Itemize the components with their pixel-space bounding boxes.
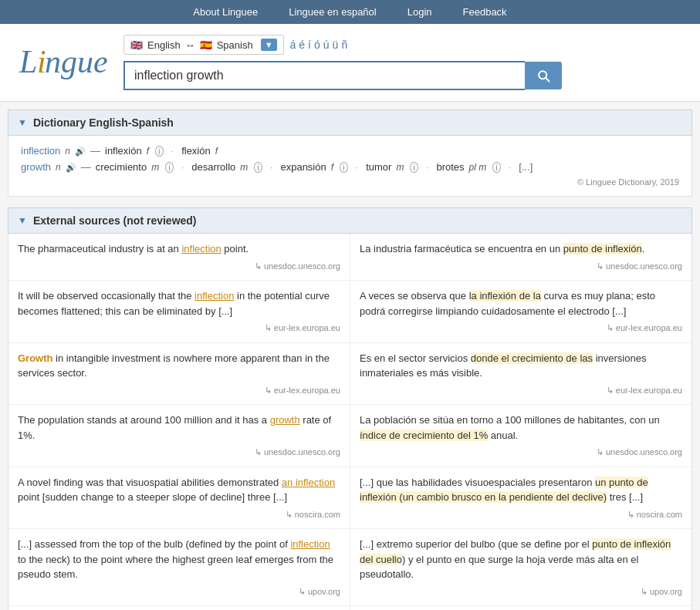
svg-text:nguee: nguee [45,44,108,79]
dict-sound-inflection[interactable]: 🔊 [75,147,86,157]
dict-gender-brotes: pl m [469,162,487,173]
dict-info-desarrollo[interactable]: i [254,162,262,173]
dict-more-dots: [...] [519,161,533,173]
ext-cell-es: A veces se observa que la inflexión de l… [350,281,692,342]
hl-es-6: punto de inflexión del cuello [360,538,671,565]
hl-es-3: donde el crecimiento de las [471,352,593,364]
ext-source-es-3: eur-lex.europa.eu [360,384,682,397]
char-a-accent[interactable]: á [290,39,296,51]
lang-from-label: English [147,39,181,51]
hl-es-4: índice de crecimiento del 1% [360,430,488,441]
nav-login[interactable]: Login [407,6,432,18]
search-input[interactable] [123,61,525,90]
dict-gender-flexion: f [215,146,218,157]
dict-info-tumor[interactable]: i [410,162,418,173]
lang-to-label: Spanish [217,39,253,51]
dict-info-brotes[interactable]: i [492,162,500,173]
ext-cell-es: [...] extremo superior del bulbo (que se… [350,529,692,605]
table-row: It will be observed occasionally that th… [8,281,692,343]
ext-source-es-4: unesdoc.unesco.org [360,446,682,459]
ext-cell-en: It will be observed occasionally that th… [8,281,350,342]
external-title: External sources (not reviewed) [33,214,197,227]
external-chevron-icon: ▼ [18,215,27,226]
dictionary-section-header[interactable]: ▼ Dictionary English-Spanish [8,110,692,136]
main-content: ▼ Dictionary English-Spanish inflection … [0,110,700,610]
table-row: The population stands at around 100 mill… [8,405,692,467]
ext-source-es-6: upov.org [360,585,682,598]
dictionary-chevron-icon: ▼ [18,117,27,128]
nav-feedback[interactable]: Feedback [463,6,507,18]
language-selector[interactable]: 🇬🇧 English ↔ 🇪🇸 Spanish ▼ [123,35,284,55]
table-row: They also found that there are various c… [8,606,692,610]
table-row: [...] assessed from the top of the bulb … [8,529,692,606]
dropdown-arrow-icon: ▼ [261,39,277,51]
dict-word-inflection[interactable]: inflection [21,145,60,157]
ext-source-en-5: noscira.com [18,508,340,521]
search-row [123,61,685,90]
dict-gender-tumor: m [396,162,404,173]
hl-inflection-6: inflection [290,538,330,550]
dict-gender-expansion: f [331,162,333,173]
dict-entry-inflection: inflection n 🔊 — inflexión f i · flexión… [21,145,679,157]
logo[interactable]: L i nguee [15,35,108,89]
dict-trans-desarrollo[interactable]: desarrollo [191,161,235,173]
dict-word-growth[interactable]: growth [21,161,51,173]
dict-copyright: © Linguee Dictionary, 2019 [21,177,679,187]
dict-gender-crecimiento: m [151,162,159,173]
top-navigation: About Linguee Linguee en español Login F… [0,0,700,24]
ext-cell-en: The pharmaceutical industry is at an inf… [8,234,350,280]
dict-trans-crecimiento[interactable]: crecimiento [96,161,147,173]
char-i-accent[interactable]: í [308,39,311,51]
dict-trans-tumor[interactable]: tumor [366,161,391,173]
ext-source-es-2: eur-lex.europa.eu [360,322,682,335]
hl-inflection-5: an inflection [282,477,335,488]
search-button[interactable] [525,62,562,89]
external-section-header[interactable]: ▼ External sources (not reviewed) [8,207,692,234]
hl-growth-4: growth [270,414,300,426]
site-header: L i nguee 🇬🇧 English ↔ 🇪🇸 Spanish ▼ á é … [0,24,700,102]
char-u-accent[interactable]: ú [323,39,330,51]
dict-gender-inflexion: f [147,146,149,157]
char-n-tilde[interactable]: ñ [341,39,347,51]
table-row: The pharmaceutical industry is at an inf… [8,234,692,281]
dict-info-crecimiento[interactable]: i [165,162,173,173]
ext-source-en-2: eur-lex.europa.eu [18,322,340,335]
dict-trans-inflexion[interactable]: inflexión [105,145,142,157]
nav-espanol[interactable]: Linguee en español [289,6,377,18]
flag-english: 🇬🇧 [130,39,143,51]
dict-info-inflexion[interactable]: i [155,146,163,157]
flag-spanish: 🇪🇸 [200,39,212,51]
dict-info-expansion[interactable]: i [340,162,347,173]
ext-cell-es: Es en el sector servicios donde el creci… [350,343,692,405]
hl-es-5: un punto de inflexión (un cambio brusco … [360,477,648,504]
ext-cell-en: [...] assessed from the top of the bulb … [8,529,350,605]
ext-source-en-3: eur-lex.europa.eu [18,384,340,397]
svg-text:L: L [19,44,37,79]
hl-inflection-1: inflection [181,243,221,254]
char-u-umlaut[interactable]: ü [333,39,339,51]
special-chars: á é í ó ú ü ñ [290,39,348,51]
ext-cell-es: [...] que las habilidades visuoespaciale… [350,467,692,529]
ext-source-en-1: unesdoc.unesco.org [18,260,340,273]
dict-entry-growth: growth n 🔊 — crecimiento m i · desarroll… [21,161,679,173]
dict-trans-expansion[interactable]: expansión [280,161,326,173]
ext-source-es-1: unesdoc.unesco.org [360,260,682,273]
ext-cell-es: La industria farmacéutica se encuentra e… [350,234,692,280]
dictionary-content: inflection n 🔊 — inflexión f i · flexión… [8,136,692,197]
hl-growth-3: Growth [18,352,53,364]
dict-trans-brotes[interactable]: brotes [436,161,464,173]
ext-cell-en: The population stands at around 100 mill… [8,405,350,467]
dict-gender-desarrollo: m [240,162,248,173]
nav-about[interactable]: About Linguee [193,6,258,18]
char-e-accent[interactable]: é [299,39,305,51]
ext-cell-es: Así también, se encontró que existen var… [350,606,692,610]
dict-pos-growth: n [56,162,61,173]
ext-source-en-6: upov.org [18,585,340,598]
ext-source-es-5: noscira.com [360,508,682,521]
hl-es-2: la inflexión de la [469,290,541,302]
dict-sound-growth[interactable]: 🔊 [66,163,76,173]
char-o-accent[interactable]: ó [314,39,320,51]
dict-trans-flexion[interactable]: flexión [181,145,211,157]
language-bar: 🇬🇧 English ↔ 🇪🇸 Spanish ▼ á é í ó ú ü ñ [123,35,685,55]
dict-pos-inflection: n [65,146,70,157]
